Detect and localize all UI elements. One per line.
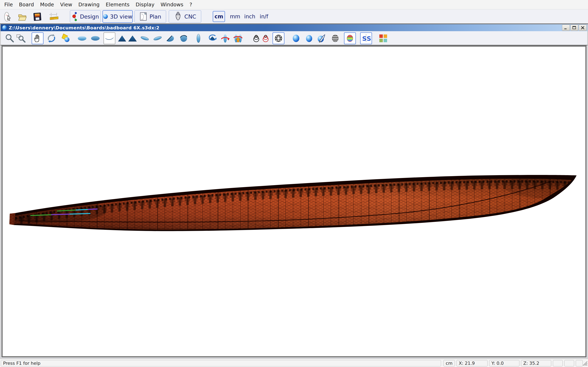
unit-inf-button[interactable]: in/f — [260, 11, 268, 22]
status-extra-2 — [564, 360, 574, 366]
top-outline-icon[interactable] — [194, 33, 203, 43]
curvature-icon[interactable]: S S — [360, 33, 372, 44]
maximize-button[interactable] — [571, 25, 578, 31]
open-icon[interactable] — [17, 11, 28, 22]
main-toolbar: 1 0 Design 3D view P — [0, 9, 588, 24]
resize-grip[interactable] — [582, 361, 588, 366]
zoom-icon[interactable] — [5, 33, 15, 43]
status-bar: Press F1 for help cm X: 21.9 Y: 0.0 Z: 3… — [0, 359, 588, 367]
smooth-view-icon[interactable] — [304, 33, 314, 43]
pan-hand-icon[interactable] — [32, 33, 43, 44]
3d-view-button[interactable]: 3D view — [103, 10, 133, 23]
status-unit: cm — [443, 360, 455, 366]
tilt-left-icon[interactable] — [140, 33, 150, 43]
shaded-view-icon[interactable] — [291, 33, 301, 43]
menu-display[interactable]: Display — [132, 0, 157, 9]
close-button[interactable] — [579, 25, 587, 31]
menu-mode[interactable]: Mode — [37, 0, 57, 9]
unit-cm-button[interactable]: cm — [213, 11, 225, 22]
unit-inch-button[interactable]: inch — [244, 11, 255, 22]
mesh-view-icon[interactable] — [273, 33, 285, 44]
menu-elements[interactable]: Elements — [103, 0, 133, 9]
design-label: Design — [80, 13, 99, 20]
menu-bar: File Board Mode View Drawing Elements Di… — [0, 0, 588, 9]
windows-tile-icon[interactable] — [378, 33, 388, 43]
plan-button[interactable]: Plan — [134, 10, 166, 23]
rotate-3d-icon[interactable] — [47, 33, 56, 43]
rotate-flip-icon[interactable] — [208, 33, 217, 43]
rotate-horizontal-icon[interactable] — [220, 33, 230, 43]
svg-text:1 0: 1 0 — [51, 18, 54, 20]
menu-view[interactable]: View — [57, 0, 75, 9]
save-icon[interactable] — [32, 11, 43, 22]
stripes-color-icon[interactable] — [344, 33, 356, 44]
svg-text:S: S — [362, 35, 367, 42]
cnc-label: CNC — [184, 13, 196, 20]
svg-text:S: S — [367, 35, 371, 42]
dimensions-icon[interactable]: 1 0 — [49, 11, 60, 22]
new-board-icon[interactable] — [3, 11, 14, 22]
status-z: Z: 35.2 — [521, 360, 551, 366]
status-y: Y: 0.0 — [489, 360, 519, 366]
document-title: Z:\Users\dennery\Documents\Boards\badboa… — [9, 25, 159, 30]
document-toolbar: S S — [1, 31, 587, 45]
tilt-right-icon[interactable] — [153, 33, 163, 43]
rocker-profile-icon[interactable] — [104, 33, 115, 44]
plan-icon — [139, 12, 147, 21]
design-icon — [72, 11, 78, 22]
menu-board[interactable]: Board — [16, 0, 37, 9]
cnc-icon — [174, 12, 182, 21]
status-extra-1 — [553, 360, 563, 366]
plan-label: Plan — [149, 13, 161, 20]
menu-help[interactable]: ? — [186, 0, 195, 9]
wireframe-black-icon[interactable] — [251, 33, 261, 43]
cnc-button[interactable]: CNC — [169, 10, 201, 23]
surfboard-3d-render — [3, 47, 585, 356]
unit-mm-button[interactable]: mm — [230, 11, 240, 22]
status-x: X: 21.9 — [457, 360, 488, 366]
menu-windows[interactable]: Windows — [157, 0, 186, 9]
stripes-gray-icon[interactable] — [330, 33, 340, 43]
light-icon[interactable] — [61, 33, 71, 43]
minimize-button[interactable] — [562, 25, 570, 31]
document-titlebar: Z:\Users\dennery\Documents\Boards\badboa… — [1, 24, 587, 31]
front-view-icon[interactable] — [117, 33, 127, 43]
zoom-window-icon[interactable] — [16, 33, 26, 43]
rotate-vertical-icon[interactable] — [233, 33, 243, 43]
outline-top-icon[interactable] — [77, 33, 87, 43]
status-help: Press F1 for help — [1, 360, 441, 366]
back-view-icon[interactable] — [128, 33, 138, 43]
document-icon — [2, 25, 7, 30]
app-window: File Board Mode View Drawing Elements Di… — [0, 0, 588, 367]
canvas[interactable] — [2, 47, 586, 356]
design-button[interactable]: Design — [70, 10, 101, 23]
status-extra-3 — [576, 360, 583, 366]
canvas-frame — [1, 45, 587, 358]
3d-view-icon — [103, 13, 108, 20]
menu-file[interactable]: File — [1, 0, 16, 9]
document-window: Z:\Users\dennery\Documents\Boards\badboa… — [0, 24, 588, 359]
outline-bottom-icon[interactable] — [90, 33, 100, 43]
perspective-right-icon[interactable] — [179, 33, 189, 43]
menu-drawing[interactable]: Drawing — [75, 0, 103, 9]
perspective-left-icon[interactable] — [166, 33, 176, 43]
paint-view-icon[interactable] — [316, 33, 326, 43]
wireframe-red-icon[interactable] — [261, 33, 270, 43]
3d-view-label: 3D view — [110, 13, 132, 20]
